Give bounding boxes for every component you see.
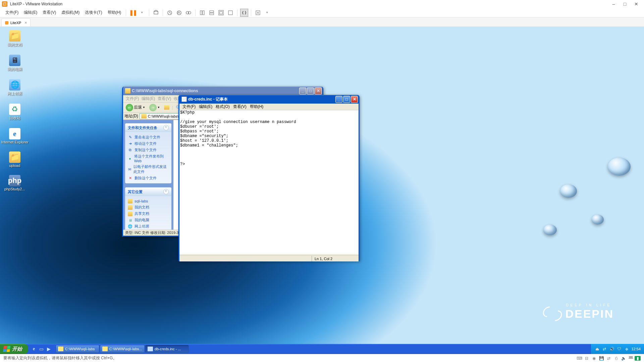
- send-ctrl-alt-del-button[interactable]: [152, 9, 160, 17]
- explorer-minimize-button[interactable]: _: [299, 87, 306, 95]
- icon-label: Internet Explorer: [1, 140, 28, 144]
- up-button[interactable]: [163, 105, 171, 110]
- task-copy[interactable]: ⧉复制这个文件: [128, 147, 169, 153]
- np-menu-view[interactable]: 查看(V): [231, 103, 248, 110]
- notepad-maximize-button[interactable]: □: [343, 96, 350, 103]
- task-publish[interactable]: ●将这个文件发布到 Web: [128, 153, 169, 164]
- panel-title: 文件和文件夹任务: [128, 125, 157, 130]
- pause-dropdown[interactable]: ▼: [138, 9, 146, 17]
- explorer-maximize-button[interactable]: □: [307, 87, 314, 95]
- svg-rect-6: [203, 11, 204, 15]
- task-panel-header[interactable]: 文件和文件夹任务⌃: [125, 123, 171, 132]
- tray-clock[interactable]: 12:54: [631, 347, 641, 351]
- hs-cd-icon[interactable]: ◉: [590, 355, 598, 361]
- exp-menu-view[interactable]: 查看(V): [156, 95, 172, 102]
- deepin-main-text: DEEPIN: [565, 307, 614, 320]
- stretch-guest-button[interactable]: [254, 9, 262, 17]
- desktop-icon-network[interactable]: 🌐网上邻居: [5, 79, 25, 96]
- explorer-close-button[interactable]: ✕: [315, 87, 322, 95]
- view-unity-button[interactable]: [226, 9, 234, 17]
- desktop-icon-mydocs[interactable]: 📁我的文档: [5, 30, 25, 47]
- tray-app-icon[interactable]: ◆: [624, 346, 629, 352]
- exp-menu-file[interactable]: 文件(F): [124, 95, 140, 102]
- notepad-textarea[interactable]: [179, 110, 359, 254]
- place-shared[interactable]: 共享文档: [128, 210, 169, 217]
- view-single-button[interactable]: [198, 9, 206, 17]
- taskbar-task-explorer2[interactable]: C:\WWW\sqli-labs...: [100, 345, 145, 353]
- view-fullscreen-button[interactable]: [217, 9, 225, 17]
- host-maximize-button[interactable]: □: [619, 0, 631, 8]
- taskbar-task-notepad[interactable]: db-creds.inc - ...: [145, 345, 189, 353]
- ie-icon: e: [9, 128, 20, 139]
- np-menu-help[interactable]: 帮助(H): [248, 103, 265, 110]
- vm-viewport[interactable]: DEEP IN LIFE DEEPIN 📁我的文档 🖥我的电脑 🌐网上邻居 ♻回…: [0, 27, 644, 354]
- view-console-button[interactable]: [208, 9, 216, 17]
- place-mydocs[interactable]: 我的文档: [128, 204, 169, 210]
- hs-disk-icon[interactable]: ⊟: [583, 355, 590, 361]
- place-sqli-labs[interactable]: sqli-labs: [128, 198, 169, 204]
- places-panel: 其它位置⌃ sqli-labs 我的文档 共享文档 🖥我的电脑 🌐网上邻居: [125, 187, 171, 230]
- tray-network-icon[interactable]: ⇄: [602, 346, 607, 352]
- collapse-icon: ⌃: [163, 189, 169, 194]
- notepad-titlebar[interactable]: 📄 db-creds.inc - 记事本 _ □ ✕: [179, 95, 359, 104]
- desktop-icon-ie[interactable]: eInternet Explorer: [5, 128, 25, 144]
- menu-edit[interactable]: 编辑(E): [21, 8, 40, 17]
- hs-floppy-icon[interactable]: 💾: [598, 355, 605, 361]
- menu-vm[interactable]: 虚拟机(M): [59, 8, 82, 17]
- desktop-icon-recycle[interactable]: ♻回收站: [5, 104, 25, 121]
- stretch-dropdown[interactable]: ▼: [263, 9, 271, 17]
- task-email[interactable]: ✉以电子邮件形式发送此文件: [128, 164, 169, 175]
- tray-volume-icon[interactable]: 🔊: [609, 346, 614, 352]
- tray-shield-icon[interactable]: 🛡: [616, 346, 622, 352]
- task-move[interactable]: ➜移动这个文件: [128, 140, 169, 147]
- menu-tabs[interactable]: 选项卡(T): [82, 8, 105, 17]
- task-delete[interactable]: ✕删除这个文件: [128, 175, 169, 181]
- start-button[interactable]: 开始: [0, 344, 28, 354]
- vm-tab-litexp[interactable]: LiteXP ×: [1, 18, 31, 26]
- keyboard-indicator-icon[interactable]: ⌨: [576, 355, 583, 361]
- desktop-icon-phpstudy[interactable]: phpphpStudy2...: [5, 175, 25, 191]
- hs-printer-icon[interactable]: ⎙: [612, 355, 620, 361]
- vm-tab-close[interactable]: ×: [24, 20, 27, 25]
- svg-rect-8: [210, 13, 214, 15]
- taskbar-task-explorer1[interactable]: C:\WWW\sqli-labs: [56, 345, 99, 353]
- hs-sound-icon[interactable]: 🔈: [620, 355, 627, 361]
- np-menu-file[interactable]: 文件(F): [181, 103, 197, 110]
- ql-desktop-icon[interactable]: ▭: [38, 346, 44, 352]
- desktop-icon-upload[interactable]: 📁upload: [5, 152, 25, 168]
- hs-usb-icon[interactable]: ᚙ: [627, 355, 635, 361]
- place-network[interactable]: 🌐网上邻居: [128, 223, 169, 230]
- np-menu-format[interactable]: 格式(O): [214, 103, 231, 110]
- notepad-minimize-button[interactable]: _: [335, 96, 342, 103]
- np-menu-edit[interactable]: 编辑(E): [197, 103, 214, 110]
- explorer-sidebar: 文件和文件夹任务⌃ ✎重命名这个文件 ➜移动这个文件 ⧉复制这个文件 ●将这个文…: [123, 120, 173, 230]
- vm-tab-icon: [5, 21, 8, 24]
- wallpaper-drop: [592, 215, 604, 225]
- snapshot-button[interactable]: [166, 9, 174, 17]
- deepin-swirl-icon: [542, 307, 562, 320]
- manage-snapshots-button[interactable]: [184, 9, 193, 17]
- exp-menu-edit[interactable]: 编辑(E): [140, 95, 156, 102]
- place-mypc[interactable]: 🖥我的电脑: [128, 217, 169, 223]
- task-rename[interactable]: ✎重命名这个文件: [128, 134, 169, 140]
- desktop-icon-mypc[interactable]: 🖥我的电脑: [5, 55, 25, 72]
- places-panel-header[interactable]: 其它位置⌃: [125, 187, 171, 196]
- notepad-close-button[interactable]: ✕: [351, 96, 358, 103]
- host-minimize-button[interactable]: ‒: [608, 0, 619, 8]
- hs-display-icon[interactable]: ▮: [635, 356, 641, 361]
- tray-safe-remove-icon[interactable]: ⏏: [594, 346, 600, 352]
- forward-button[interactable]: →▼: [148, 103, 161, 112]
- explorer-titlebar[interactable]: C:\WWW\sqli-labs\sql-connections _ □ ✕: [123, 86, 322, 95]
- pause-vm-button[interactable]: ❚❚: [129, 9, 137, 17]
- revert-snapshot-button[interactable]: [175, 9, 183, 17]
- menu-file[interactable]: 文件(F): [3, 8, 21, 17]
- menu-help[interactable]: 帮助(H): [105, 8, 124, 17]
- host-close-button[interactable]: ✕: [631, 0, 642, 8]
- ql-ie-icon[interactable]: e: [31, 346, 37, 352]
- hs-network-icon[interactable]: ⇄: [605, 355, 612, 361]
- ql-media-icon[interactable]: ▶: [46, 346, 52, 352]
- notepad-window[interactable]: 📄 db-creds.inc - 记事本 _ □ ✕ 文件(F) 编辑(E) 格…: [178, 95, 360, 261]
- back-button[interactable]: ←后退 ▼: [124, 103, 147, 112]
- menu-view[interactable]: 查看(V): [40, 8, 59, 17]
- quick-switch-button[interactable]: [240, 9, 248, 17]
